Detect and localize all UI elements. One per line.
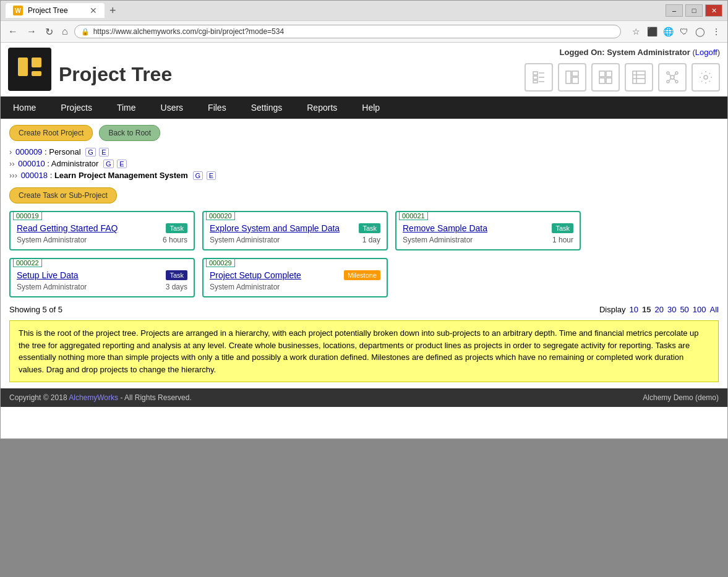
footer-rights: - All Rights Reserved. [120,393,191,402]
badge-e-000009[interactable]: E [99,148,108,156]
display-label: Display [599,305,626,314]
badge-e-000010[interactable]: E [117,160,126,168]
card-tag-000021: Task [552,223,573,233]
ext3-icon[interactable]: 🛡 [678,25,690,38]
card-duration-000022: 3 days [166,283,187,291]
back-to-root-button[interactable]: Back to Root [99,125,160,141]
svg-line-27 [674,74,675,76]
svg-rect-11 [572,71,578,76]
browser-titlebar: W Project Tree ✕ + – □ ✕ [1,1,727,20]
nav-home[interactable]: Home [1,96,48,119]
project-card-000029: 000029 Project Setup Complete Milestone … [202,258,388,297]
header-icon-grid [525,63,720,92]
svg-rect-2 [32,58,41,67]
close-button[interactable]: ✕ [705,4,722,17]
card-id-000019: 000019 [13,212,42,220]
nav-settings[interactable]: Settings [239,96,295,119]
breadcrumb-link-000010[interactable]: 000010 [18,159,45,168]
card-id-000021: 000021 [399,212,428,220]
breadcrumb-link-000018[interactable]: 000018 [21,171,48,180]
icon-grid1[interactable] [558,63,586,92]
display-10[interactable]: 10 [630,305,638,314]
card-link-000022[interactable]: Setup Live Data [17,270,79,280]
svg-rect-16 [606,78,612,83]
project-card-000020: 000020 Explore System and Sample Data Ta… [202,211,388,250]
nav-reports[interactable]: Reports [294,96,349,119]
svg-line-28 [669,79,671,80]
badge-e-000018[interactable]: E [207,171,216,180]
new-tab-button[interactable]: + [105,3,121,19]
url-text: https://www.alchemyworks.com/cgi-bin/pro… [93,27,614,36]
display-15[interactable]: 15 [642,305,651,314]
badge-g-000018[interactable]: G [193,171,203,180]
display-100[interactable]: 100 [693,305,706,314]
nav-files[interactable]: Files [195,96,239,119]
create-task-button[interactable]: Create Task or Sub-Project [9,187,117,203]
main-content: Create Root Project Back to Root › 00000… [1,119,727,388]
ext2-icon[interactable]: 🌐 [662,25,674,38]
card-link-000019[interactable]: Read Getting Started FAQ [17,223,118,233]
svg-rect-6 [533,80,537,83]
svg-rect-17 [633,71,645,83]
page-header: Project Tree Logged On: System Administr… [1,43,727,96]
card-meta-000020: System Administrator 1 day [210,236,380,244]
icon-table[interactable] [625,63,653,92]
card-link-000021[interactable]: Remove Sample Data [403,223,487,233]
icon-network[interactable] [658,63,687,92]
card-link-000020[interactable]: Explore System and Sample Data [210,223,340,233]
display-all[interactable]: All [710,305,719,314]
minimize-button[interactable]: – [666,4,683,17]
display-50[interactable]: 50 [680,305,688,314]
nav-help[interactable]: Help [349,96,392,119]
separator2: : Administrator [47,159,98,168]
nav-users[interactable]: Users [148,96,196,119]
menu-icon[interactable]: ⋮ [710,25,722,38]
ext1-icon[interactable]: ⬛ [646,25,658,38]
nav-projects[interactable]: Projects [48,96,105,119]
reload-button[interactable]: ↻ [43,25,56,39]
icon-list[interactable] [525,63,553,92]
card-title-000019: Read Getting Started FAQ Task [17,223,187,233]
icon-grid2[interactable] [591,63,620,92]
icon-settings[interactable] [692,63,720,92]
svg-point-30 [704,75,708,79]
display-20[interactable]: 20 [654,305,663,314]
card-link-000029[interactable]: Project Setup Complete [210,270,301,280]
project-cards-grid: 000019 Read Getting Started FAQ Task Sys… [9,211,719,297]
card-id-000029: 000029 [206,259,235,267]
maximize-button[interactable]: □ [685,4,703,17]
svg-point-22 [667,72,669,74]
header-left: Project Tree [8,48,172,91]
svg-line-26 [669,74,671,76]
badge-g-000010[interactable]: G [103,160,114,168]
window-controls: – □ ✕ [666,4,722,17]
card-tag-000020: Task [359,223,380,233]
logged-on-text: Logged On: System Administrator (Logoff) [525,48,720,57]
nav-bar: Home Projects Time Users Files Settings … [1,96,727,119]
card-owner-000029: System Administrator [210,283,280,291]
display-30[interactable]: 30 [667,305,676,314]
svg-rect-4 [533,72,537,75]
card-tag-000022: Task [166,270,187,280]
footer-company-link[interactable]: AlchemyWorks [69,393,118,402]
tab-favicon: W [13,6,23,15]
create-root-project-button[interactable]: Create Root Project [9,125,93,141]
tab-close-icon[interactable]: ✕ [90,6,97,15]
separator1: : Personal [45,147,81,156]
logoff-link[interactable]: Logoff [695,48,717,57]
project-card-000021: 000021 Remove Sample Data Task System Ad… [395,211,581,250]
breadcrumb-level3: ››› 000018 : Learn Project Management Sy… [9,171,719,180]
card-duration-000021: 1 hour [552,236,573,244]
home-button[interactable]: ⌂ [59,25,71,38]
browser-tab[interactable]: W Project Tree ✕ [6,3,105,18]
badge-g-000009[interactable]: G [85,148,96,156]
star-icon[interactable]: ☆ [630,25,642,38]
ext4-icon[interactable]: ◯ [694,25,706,38]
forward-button[interactable]: → [24,25,39,38]
tab-title: Project Tree [28,6,68,15]
svg-line-29 [674,79,675,80]
breadcrumb-link-000009[interactable]: 000009 [15,147,42,156]
back-button[interactable]: ← [6,25,20,38]
nav-time[interactable]: Time [105,96,148,119]
address-input[interactable]: 🔒 https://www.alchemyworks.com/cgi-bin/p… [74,25,621,38]
